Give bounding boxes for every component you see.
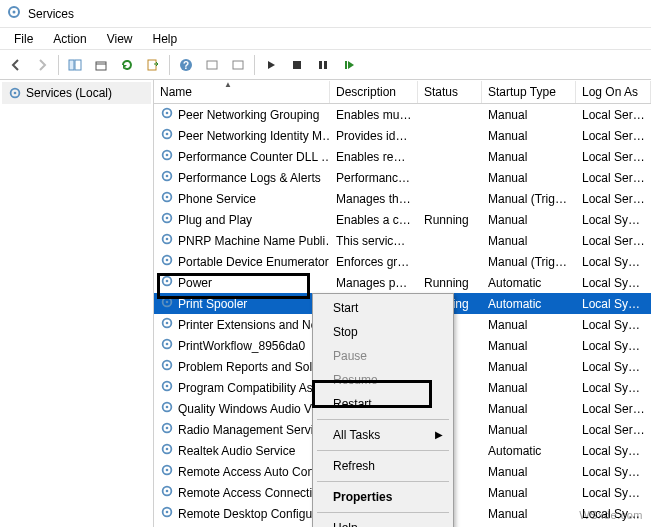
nav-back-button[interactable] <box>4 53 28 77</box>
svg-rect-6 <box>148 60 156 70</box>
service-description: Manages th… <box>330 192 418 206</box>
service-logon: Local Syste… <box>576 486 651 500</box>
service-gear-icon <box>160 106 174 123</box>
service-gear-icon <box>160 337 174 354</box>
help-button[interactable]: ? <box>174 53 198 77</box>
ctx-properties[interactable]: Properties <box>315 485 451 509</box>
sidebar: Services (Local) <box>0 80 154 527</box>
svg-rect-3 <box>75 60 81 70</box>
service-row[interactable]: Performance Logs & AlertsPerformanc…Manu… <box>154 167 651 188</box>
title-bar: Services <box>0 0 651 28</box>
toolbar-separator <box>58 55 59 75</box>
service-name: Remote Access Connection… <box>178 486 330 500</box>
nav-forward-button[interactable] <box>30 53 54 77</box>
service-name: Radio Management Service <box>178 423 326 437</box>
svg-point-18 <box>166 112 169 115</box>
service-gear-icon <box>160 127 174 144</box>
ctx-restart[interactable]: Restart <box>315 392 451 416</box>
column-logon[interactable]: Log On As <box>576 81 651 103</box>
ctx-start[interactable]: Start <box>315 296 451 320</box>
service-name: Phone Service <box>178 192 256 206</box>
action-1-button[interactable] <box>200 53 224 77</box>
service-startup: Manual <box>482 213 576 227</box>
properties-button[interactable] <box>89 53 113 77</box>
service-startup: Manual <box>482 465 576 479</box>
service-row[interactable]: PNRP Machine Name Publi…This service …Ma… <box>154 230 651 251</box>
show-hide-tree-button[interactable] <box>63 53 87 77</box>
svg-point-36 <box>166 301 169 304</box>
service-logon: Local Syste… <box>576 360 651 374</box>
svg-point-56 <box>166 511 169 514</box>
service-startup: Manual <box>482 150 576 164</box>
menu-action[interactable]: Action <box>43 30 96 48</box>
service-name: Performance Counter DLL … <box>178 150 330 164</box>
ctx-help[interactable]: Help <box>315 516 451 527</box>
svg-point-46 <box>166 406 169 409</box>
service-logon: Local Service <box>576 171 651 185</box>
service-startup: Manual <box>482 171 576 185</box>
menu-view[interactable]: View <box>97 30 143 48</box>
service-startup: Manual <box>482 486 576 500</box>
svg-rect-2 <box>69 60 74 70</box>
service-logon: Local Service <box>576 108 651 122</box>
stop-service-button[interactable] <box>285 53 309 77</box>
service-gear-icon <box>160 379 174 396</box>
ctx-separator <box>317 481 449 482</box>
sidebar-item-services-local[interactable]: Services (Local) <box>2 82 151 104</box>
service-status: Running <box>418 276 482 290</box>
svg-text:?: ? <box>183 60 189 71</box>
service-row[interactable]: Peer Networking Identity M…Provides ide…… <box>154 125 651 146</box>
service-gear-icon <box>160 505 174 522</box>
service-row[interactable]: PowerManages p…RunningAutomaticLocal Sys… <box>154 272 651 293</box>
service-row[interactable]: Peer Networking GroupingEnables mul…Manu… <box>154 104 651 125</box>
service-logon: Local Syste… <box>576 465 651 479</box>
column-description[interactable]: Description <box>330 81 418 103</box>
ctx-refresh[interactable]: Refresh <box>315 454 451 478</box>
ctx-stop[interactable]: Stop <box>315 320 451 344</box>
svg-point-34 <box>166 280 169 283</box>
menu-help[interactable]: Help <box>143 30 188 48</box>
menu-file[interactable]: File <box>4 30 43 48</box>
service-startup: Manual <box>482 360 576 374</box>
column-startup[interactable]: Startup Type <box>482 81 576 103</box>
service-gear-icon <box>160 463 174 480</box>
service-row[interactable]: Phone ServiceManages th…Manual (Trig…Loc… <box>154 188 651 209</box>
menu-bar: File Action View Help <box>0 28 651 50</box>
service-gear-icon <box>160 232 174 249</box>
service-gear-icon <box>160 211 174 228</box>
restart-service-button[interactable] <box>337 53 361 77</box>
export-button[interactable] <box>141 53 165 77</box>
svg-rect-14 <box>345 61 347 69</box>
service-gear-icon <box>160 190 174 207</box>
pause-service-button[interactable] <box>311 53 335 77</box>
service-description: Provides ide… <box>330 129 418 143</box>
refresh-button[interactable] <box>115 53 139 77</box>
services-app-icon <box>6 4 22 23</box>
svg-rect-9 <box>207 61 217 69</box>
service-gear-icon <box>160 442 174 459</box>
service-description: Enables rem… <box>330 150 418 164</box>
service-name: Remote Desktop Configura… <box>178 507 330 521</box>
start-service-button[interactable] <box>259 53 283 77</box>
column-headers: Name ▲ Description Status Startup Type L… <box>154 80 651 104</box>
watermark: WSxde.com <box>579 509 643 521</box>
ctx-all-tasks[interactable]: All Tasks ▶ <box>315 423 451 447</box>
column-name[interactable]: Name ▲ <box>154 81 330 103</box>
service-gear-icon <box>160 358 174 375</box>
ctx-separator <box>317 450 449 451</box>
action-2-button[interactable] <box>226 53 250 77</box>
service-row[interactable]: Portable Device Enumerator…Enforces gr…M… <box>154 251 651 272</box>
sort-indicator-icon: ▲ <box>224 80 232 89</box>
service-row[interactable]: Plug and PlayEnables a c…RunningManualLo… <box>154 209 651 230</box>
service-name: Printer Extensions and Noti… <box>178 318 330 332</box>
service-logon: Local Syste… <box>576 297 651 311</box>
svg-point-22 <box>166 154 169 157</box>
service-gear-icon <box>160 169 174 186</box>
svg-point-38 <box>166 322 169 325</box>
column-status[interactable]: Status <box>418 81 482 103</box>
service-name: Peer Networking Identity M… <box>178 129 330 143</box>
service-startup: Automatic <box>482 276 576 290</box>
service-name: Peer Networking Grouping <box>178 108 319 122</box>
ctx-separator <box>317 419 449 420</box>
service-row[interactable]: Performance Counter DLL …Enables rem…Man… <box>154 146 651 167</box>
